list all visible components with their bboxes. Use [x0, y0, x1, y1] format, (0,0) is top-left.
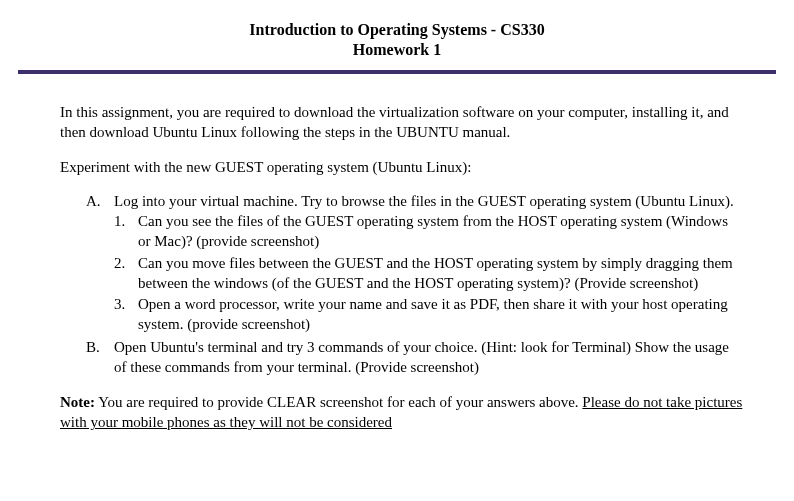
note-text: You are required to provide CLEAR screen… [95, 394, 582, 410]
list-item-a1: 1. Can you see the files of the GUEST op… [114, 211, 744, 252]
header-divider [18, 70, 777, 74]
list-item-b-marker: B. [86, 337, 110, 357]
list-item-a1-marker: 1. [114, 211, 134, 231]
document-page: Introduction to Operating Systems - CS33… [0, 0, 794, 443]
list-item-b-text: Open Ubuntu's terminal and try 3 command… [114, 339, 729, 375]
list-item-a3-text: Open a word processor, write your name a… [138, 296, 728, 332]
note-paragraph: Note: You are required to provide CLEAR … [60, 392, 744, 433]
list-item-a2: 2. Can you move files between the GUEST … [114, 253, 744, 294]
list-item-a2-text: Can you move files between the GUEST and… [138, 255, 733, 291]
experiment-paragraph: Experiment with the new GUEST operating … [60, 157, 744, 177]
list-item-a-text: Log into your virtual machine. Try to br… [114, 193, 734, 209]
intro-paragraph: In this assignment, you are required to … [60, 102, 744, 143]
title-line-1: Introduction to Operating Systems - CS33… [10, 20, 784, 40]
list-item-a: A. Log into your virtual machine. Try to… [86, 191, 744, 335]
list-item-a1-text: Can you see the files of the GUEST opera… [138, 213, 728, 249]
title-line-2: Homework 1 [10, 40, 784, 60]
list-item-a3: 3. Open a word processor, write your nam… [114, 294, 744, 335]
list-item-a-marker: A. [86, 191, 110, 211]
lettered-list: A. Log into your virtual machine. Try to… [86, 191, 744, 377]
note-label: Note: [60, 394, 95, 410]
list-item-a2-marker: 2. [114, 253, 134, 273]
list-item-b: B. Open Ubuntu's terminal and try 3 comm… [86, 337, 744, 378]
document-body: In this assignment, you are required to … [10, 102, 784, 433]
list-item-a3-marker: 3. [114, 294, 134, 314]
document-header: Introduction to Operating Systems - CS33… [10, 20, 784, 60]
numbered-list: 1. Can you see the files of the GUEST op… [114, 211, 744, 335]
